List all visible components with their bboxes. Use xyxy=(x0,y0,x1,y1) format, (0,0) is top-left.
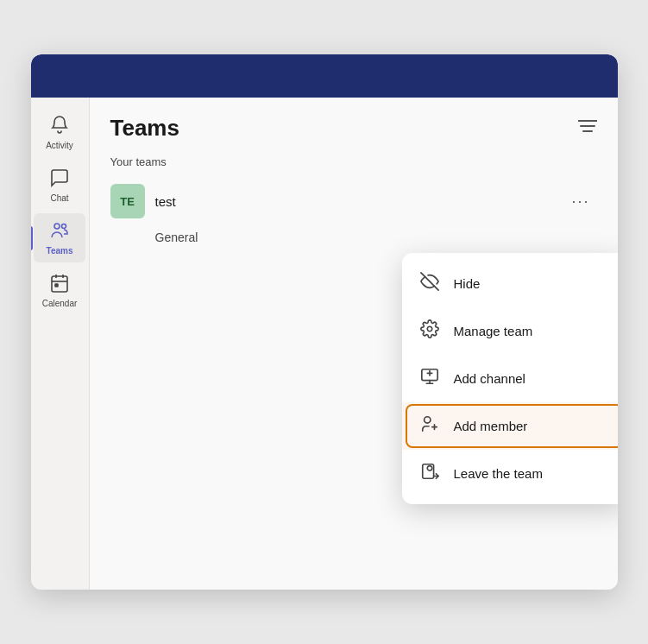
page-title: Teams xyxy=(110,115,179,142)
menu-item-add-member-label: Add member xyxy=(454,419,528,433)
sidebar-item-activity-label: Activity xyxy=(46,141,73,150)
context-menu: Hide Manage team xyxy=(402,253,618,504)
leave-team-icon xyxy=(419,462,440,485)
chat-icon xyxy=(49,167,70,192)
svg-point-1 xyxy=(62,224,66,229)
svg-point-17 xyxy=(424,417,430,423)
sidebar-item-activity[interactable]: Activity xyxy=(34,108,85,157)
menu-item-manage-team-label: Manage team xyxy=(454,324,533,338)
svg-rect-6 xyxy=(55,284,58,287)
app-body: Activity Chat xyxy=(31,98,618,590)
menu-item-leave-team-label: Leave the team xyxy=(454,466,543,481)
sidebar-item-calendar-label: Calendar xyxy=(42,299,78,308)
teams-icon xyxy=(49,220,70,244)
menu-item-manage-team[interactable]: Manage team xyxy=(402,307,618,355)
team-initials: TE xyxy=(120,195,135,208)
channel-name: General xyxy=(155,230,198,244)
title-bar xyxy=(31,54,618,98)
menu-item-leave-team[interactable]: Leave the team xyxy=(402,450,618,497)
team-avatar: TE xyxy=(110,184,145,218)
menu-item-hide-label: Hide xyxy=(454,276,481,291)
team-name: test xyxy=(155,194,555,209)
team-row: TE test ··· xyxy=(110,177,597,225)
sidebar-item-chat[interactable]: Chat xyxy=(34,161,85,210)
add-member-icon xyxy=(419,414,440,438)
sidebar-item-teams-label: Teams xyxy=(47,246,73,256)
main-content: Teams Your teams TE test ··· xyxy=(90,98,618,590)
sidebar-item-teams[interactable]: Teams xyxy=(34,213,85,262)
add-channel-icon xyxy=(419,367,440,390)
section-label: Your teams xyxy=(110,155,597,168)
calendar-icon xyxy=(49,273,70,297)
menu-item-add-channel-label: Add channel xyxy=(454,371,525,386)
svg-point-11 xyxy=(427,326,432,331)
more-options-button[interactable]: ··· xyxy=(564,189,596,214)
hide-icon xyxy=(419,272,440,295)
manage-team-icon xyxy=(419,319,440,343)
menu-item-add-member[interactable]: Add member xyxy=(402,402,618,450)
svg-point-0 xyxy=(54,224,60,229)
sidebar: Activity Chat xyxy=(31,98,90,590)
menu-item-hide[interactable]: Hide xyxy=(402,260,618,307)
filter-icon[interactable] xyxy=(578,119,597,137)
sidebar-item-calendar[interactable]: Calendar xyxy=(34,266,85,315)
svg-rect-2 xyxy=(52,276,67,292)
page-header: Teams xyxy=(110,115,597,142)
menu-item-add-channel[interactable]: Add channel xyxy=(402,355,618,402)
app-window: Activity Chat xyxy=(31,54,618,590)
activity-icon xyxy=(49,115,70,139)
sidebar-item-chat-label: Chat xyxy=(50,193,68,203)
channel-row[interactable]: General xyxy=(110,225,597,249)
